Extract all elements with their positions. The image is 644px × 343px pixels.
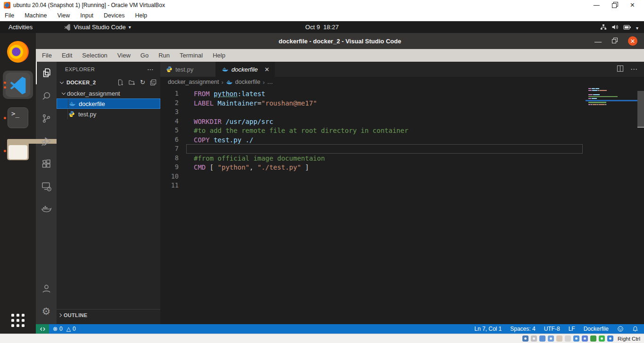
vscode-menu-help[interactable]: Help — [213, 52, 225, 59]
vbox-menu-machine[interactable]: Machine — [25, 12, 47, 19]
close-tab-icon[interactable]: ✕ — [261, 66, 270, 73]
vertical-scrollbar[interactable] — [637, 87, 644, 324]
audio-icon[interactable] — [539, 335, 545, 342]
dock-item-firefox[interactable] — [3, 38, 33, 66]
display-icon[interactable] — [573, 335, 579, 342]
vscode-restore-button[interactable] — [612, 37, 618, 45]
code-line-7[interactable]: 7 — [160, 144, 583, 154]
dock-item-vscode[interactable] — [3, 71, 33, 99]
shared-folders-icon[interactable] — [565, 335, 571, 342]
feedback-icon[interactable] — [617, 326, 624, 332]
tree-item-test-py[interactable]: test.py — [57, 109, 160, 119]
vscode-menu-selection[interactable]: Selection — [82, 52, 107, 59]
activity-search[interactable] — [36, 84, 57, 107]
vbox-restore-button[interactable] — [612, 2, 618, 9]
eol[interactable]: LF — [569, 326, 575, 332]
activity-account[interactable] — [36, 277, 57, 300]
vscode-mini-icon — [64, 24, 71, 31]
tab-test-py[interactable]: test.py — [160, 62, 216, 77]
vbox-menu-devices[interactable]: Devices — [104, 12, 124, 19]
indentation[interactable]: Spaces: 4 — [510, 326, 535, 332]
activity-run-debug[interactable] — [36, 130, 57, 152]
sync-icon[interactable] — [599, 335, 605, 342]
code-line-6[interactable]: 6COPY test.py ./ — [160, 135, 583, 145]
vscode-menu-edit[interactable]: Edit — [62, 52, 72, 59]
activity-extensions[interactable] — [36, 152, 57, 175]
system-tray[interactable]: ▾ — [600, 23, 644, 32]
activity-remote-explorer[interactable] — [36, 175, 57, 197]
recording-icon[interactable] — [582, 335, 588, 342]
volume-icon[interactable] — [611, 24, 619, 30]
dock-item-terminal[interactable]: >_ — [3, 104, 33, 132]
code-line-4[interactable]: 4WORKDIR /usr/app/src — [160, 117, 583, 126]
activity-source-control[interactable] — [36, 107, 57, 130]
workspace-section-header[interactable]: DOCKER_2 ↻ — [57, 77, 160, 88]
vscode-menu-go[interactable]: Go — [140, 52, 149, 59]
code-line-8[interactable]: 8#from official image documentaion — [160, 154, 583, 163]
minimap[interactable] — [588, 88, 636, 145]
code-line-9[interactable]: 9CMD [ "python", "./test.py" ] — [160, 163, 583, 172]
code-editor[interactable]: 1FROM python:latest2LABEL Maintainer="ro… — [160, 87, 644, 324]
activity-settings[interactable]: ⚙ — [36, 300, 57, 322]
explorer-more-actions-icon[interactable]: ⋯ — [147, 65, 154, 73]
outline-section[interactable]: OUTLINE — [57, 309, 160, 320]
activity-explorer[interactable] — [36, 62, 57, 84]
show-applications-button[interactable] — [11, 314, 25, 327]
cursor-position[interactable]: Ln 7, Col 1 — [474, 326, 502, 332]
breadcrumb-item[interactable]: docker_assignment — [168, 79, 219, 85]
remote-indicator[interactable] — [36, 324, 49, 334]
network-adapter-icon[interactable] — [590, 335, 596, 342]
refresh-icon[interactable]: ↻ — [140, 79, 145, 86]
code-line-11[interactable]: 11 — [160, 181, 583, 190]
activities-button[interactable]: Activities — [0, 24, 41, 31]
tree-item-dockerfile[interactable]: dockerfile — [57, 98, 160, 109]
vscode-menu-run[interactable]: Run — [158, 52, 170, 59]
vscode-menu-view[interactable]: View — [117, 52, 131, 59]
vscode-menu-terminal[interactable]: Terminal — [180, 52, 203, 59]
vscode-titlebar[interactable]: dockerfile - docker_2 - Visual Studio Co… — [36, 33, 644, 49]
breadcrumb-item[interactable]: … — [267, 79, 273, 85]
vbox-minimize-button[interactable]: — — [594, 2, 600, 9]
auto-resize-icon[interactable] — [607, 335, 613, 342]
scrollbar-thumb[interactable] — [637, 91, 644, 128]
code-line-3[interactable]: 3 — [160, 107, 583, 117]
encoding[interactable]: UTF-8 — [544, 326, 560, 332]
tree-item-docker-assignment[interactable]: docker_assignment — [57, 88, 160, 98]
hard-disk-icon[interactable] — [522, 335, 528, 342]
split-editor-icon[interactable] — [617, 65, 624, 74]
problems-indicator[interactable]: ⊗ 0 △ 0 — [49, 326, 80, 332]
battery-icon[interactable] — [623, 24, 631, 30]
vbox-menu-help[interactable]: Help — [135, 12, 148, 19]
bell-icon[interactable] — [632, 326, 638, 332]
file-tree: docker_assignmentdockerfiletest.py — [57, 88, 160, 119]
activity-docker[interactable] — [36, 197, 57, 220]
line-number: 11 — [160, 181, 186, 190]
vbox-menu-file[interactable]: File — [5, 12, 14, 19]
dock-item-files[interactable] — [3, 137, 33, 165]
vscode-minimize-button[interactable]: — — [594, 37, 602, 45]
code-line-2[interactable]: 2LABEL Maintainer="roushan@me17" — [160, 98, 583, 108]
vscode-close-button[interactable]: ✕ — [628, 36, 637, 46]
optical-disc-icon[interactable] — [531, 335, 537, 342]
breadcrumb-item[interactable]: dockerfile — [235, 79, 261, 85]
vbox-menu-input[interactable]: Input — [80, 12, 93, 19]
breadcrumb[interactable]: docker_assignment›dockerfile›… — [160, 77, 644, 87]
usb-icon[interactable] — [556, 335, 562, 342]
network-icon[interactable] — [600, 24, 607, 30]
collapse-all-icon[interactable] — [150, 79, 157, 86]
code-line-10[interactable]: 10 — [160, 172, 583, 181]
new-file-icon[interactable] — [117, 79, 124, 86]
vbox-close-button[interactable]: × — [630, 2, 635, 9]
tab-dockerfile[interactable]: dockerfile✕ — [216, 62, 275, 77]
new-folder-icon[interactable] — [128, 79, 135, 86]
vbox-menu-view[interactable]: View — [57, 12, 70, 19]
code-line-5[interactable]: 5#to add the remote file at root directo… — [160, 126, 583, 135]
more-actions-icon[interactable]: ⋯ — [630, 65, 637, 74]
code-line-1[interactable]: 1FROM python:latest — [160, 89, 583, 98]
chevron-down-icon[interactable]: ▾ — [636, 23, 638, 32]
language-mode[interactable]: Dockerfile — [584, 326, 609, 332]
desktop: >_ dockerfile - docker_2 - Visual Studio… — [0, 33, 644, 334]
network-icon[interactable] — [548, 335, 554, 342]
vscode-menu-file[interactable]: File — [42, 52, 52, 59]
appmenu-button[interactable]: Visual Studio Code ▾ — [64, 24, 131, 31]
